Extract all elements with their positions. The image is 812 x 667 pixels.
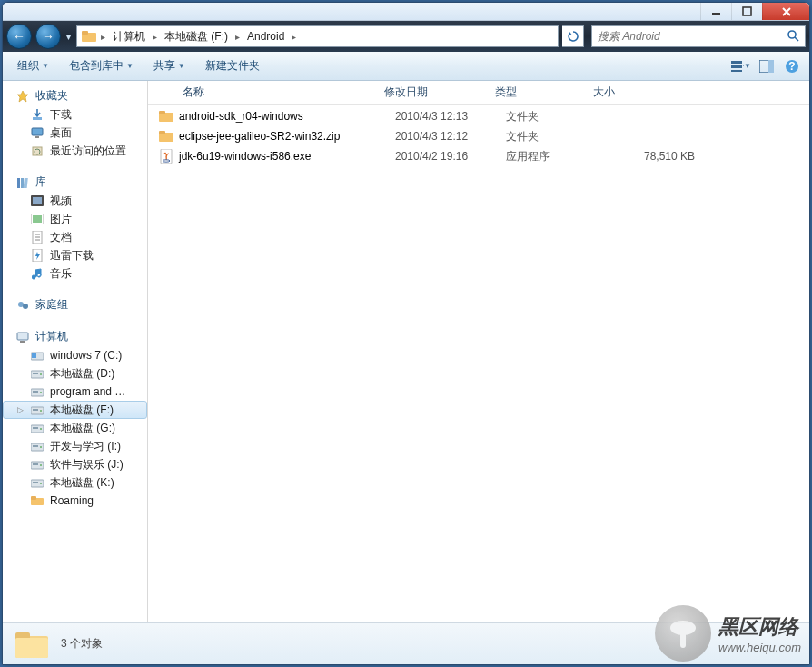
svg-point-48 xyxy=(40,428,42,430)
back-button[interactable]: ← xyxy=(6,24,32,49)
sidebar-item-downloads[interactable]: 下载 xyxy=(3,105,147,124)
sidebar-item-drive[interactable]: Roaming xyxy=(3,492,147,510)
help-button[interactable]: ? xyxy=(782,56,802,76)
drive-icon xyxy=(30,403,45,417)
svg-rect-53 xyxy=(33,463,38,465)
include-menu[interactable]: 包含到库中▼ xyxy=(62,55,141,77)
svg-rect-68 xyxy=(15,638,48,658)
svg-rect-61 xyxy=(159,111,165,114)
minimize-button[interactable] xyxy=(700,3,731,20)
sidebar-item-desktop[interactable]: 桌面 xyxy=(3,124,147,142)
sidebar-item-drive[interactable]: 开发与学习 (I:) xyxy=(3,437,147,455)
maximize-button[interactable] xyxy=(731,3,762,20)
chevron-right-icon[interactable]: ▸ xyxy=(233,32,242,42)
svg-marker-13 xyxy=(17,91,28,102)
document-icon xyxy=(30,230,45,244)
file-name: android-sdk_r04-windows xyxy=(179,110,395,123)
sidebar-item-pictures[interactable]: 图片 xyxy=(3,210,147,228)
arrow-right-icon: → xyxy=(42,29,54,44)
watermark-logo xyxy=(655,605,711,662)
svg-point-39 xyxy=(40,373,42,375)
file-row[interactable]: android-sdk_r04-windows2010/4/3 12:13文件夹 xyxy=(148,106,809,126)
status-text: 3 个对象 xyxy=(61,636,103,652)
search-icon[interactable] xyxy=(787,29,799,45)
svg-rect-44 xyxy=(33,409,38,411)
file-row[interactable]: jdk-6u19-windows-i586.exe2010/4/2 19:16应… xyxy=(148,146,809,166)
new-folder-button[interactable]: 新建文件夹 xyxy=(198,55,267,77)
folder-icon xyxy=(159,109,173,124)
file-list: 名称 修改日期 类型 大小 android-sdk_r04-windows201… xyxy=(148,81,809,622)
video-icon xyxy=(30,194,45,208)
titlebar xyxy=(3,3,809,21)
file-size: 78,510 KB xyxy=(604,150,713,163)
svg-rect-15 xyxy=(32,128,43,135)
sidebar-computer: 计算机 windows 7 (C:)本地磁盘 (D:)program and …… xyxy=(3,327,147,510)
sidebar-item-drive[interactable]: ▷本地磁盘 (F:) xyxy=(3,401,147,419)
search-input[interactable] xyxy=(598,30,787,43)
sidebar-item-drive[interactable]: 本地磁盘 (D:) xyxy=(3,364,147,383)
col-date[interactable]: 修改日期 xyxy=(381,85,491,100)
svg-rect-56 xyxy=(33,482,38,483)
computer-header[interactable]: 计算机 xyxy=(3,327,147,346)
breadcrumb-drive[interactable]: 本地磁盘 (F:) xyxy=(159,26,233,46)
command-bar: 组织▼ 包含到库中▼ 共享▼ 新建文件夹 ▼ ? xyxy=(3,52,809,81)
sidebar-item-documents[interactable]: 文档 xyxy=(3,228,147,246)
breadcrumb-folder[interactable]: Android xyxy=(242,26,290,46)
drive-icon xyxy=(30,421,45,435)
sidebar-item-videos[interactable]: 视频 xyxy=(3,192,147,210)
preview-pane-button[interactable] xyxy=(757,56,777,76)
svg-rect-63 xyxy=(159,131,165,134)
svg-rect-21 xyxy=(24,178,28,188)
share-menu[interactable]: 共享▼ xyxy=(146,55,193,77)
homegroup-icon xyxy=(15,298,30,313)
address-bar[interactable]: ▸ 计算机 ▸ 本地磁盘 (F:) ▸ Android ▸ xyxy=(76,25,559,47)
sidebar-item-thunder[interactable]: 迅雷下载 xyxy=(3,246,147,264)
organize-menu[interactable]: 组织▼ xyxy=(10,55,56,77)
refresh-button[interactable] xyxy=(562,25,584,47)
folder-icon xyxy=(159,129,173,144)
libraries-header[interactable]: 库 xyxy=(3,173,147,192)
view-menu[interactable]: ▼ xyxy=(731,56,751,76)
svg-rect-16 xyxy=(35,136,39,138)
svg-point-54 xyxy=(40,464,42,466)
chevron-down-icon: ▼ xyxy=(42,62,49,70)
sidebar-item-drive[interactable]: windows 7 (C:) xyxy=(3,346,147,364)
search-box[interactable] xyxy=(591,25,806,47)
col-name[interactable]: 名称 xyxy=(179,85,381,100)
file-name: jdk-6u19-windows-i586.exe xyxy=(179,150,395,163)
file-date: 2010/4/2 19:16 xyxy=(395,150,506,163)
recent-icon xyxy=(30,144,45,158)
body: 收藏夹 下载 桌面 最近访问的位置 库 视频 图片 文档 迅雷下载 音乐 xyxy=(3,81,809,622)
sidebar-item-drive[interactable]: 软件与娱乐 (J:) xyxy=(3,455,147,473)
drive-icon xyxy=(30,493,45,508)
svg-rect-3 xyxy=(82,31,88,35)
chevron-right-icon[interactable]: ▸ xyxy=(151,32,159,42)
download-icon xyxy=(30,248,45,263)
svg-rect-6 xyxy=(731,61,742,64)
chevron-right-icon[interactable]: ▸ xyxy=(290,32,298,42)
svg-rect-19 xyxy=(17,178,20,188)
sidebar-item-recent[interactable]: 最近访问的位置 xyxy=(3,142,147,160)
col-type[interactable]: 类型 xyxy=(491,85,589,100)
file-row[interactable]: eclipse-jee-galileo-SR2-win32.zip2010/4/… xyxy=(148,126,809,146)
breadcrumb-computer[interactable]: 计算机 xyxy=(107,26,151,46)
sidebar-item-drive[interactable]: 本地磁盘 (G:) xyxy=(3,419,147,437)
col-size[interactable]: 大小 xyxy=(589,85,698,100)
close-button[interactable] xyxy=(762,3,809,20)
sidebar-item-drive[interactable]: program and … xyxy=(3,383,147,401)
file-date: 2010/4/3 12:13 xyxy=(395,110,506,123)
svg-point-32 xyxy=(23,304,28,309)
column-headers: 名称 修改日期 类型 大小 xyxy=(148,81,809,105)
chevron-right-icon[interactable]: ▸ xyxy=(99,32,107,42)
svg-text:?: ? xyxy=(788,60,795,73)
svg-rect-47 xyxy=(33,427,38,429)
favorites-header[interactable]: 收藏夹 xyxy=(3,86,147,105)
sidebar-item-music[interactable]: 音乐 xyxy=(3,264,147,283)
svg-rect-20 xyxy=(21,178,24,188)
svg-point-51 xyxy=(40,446,42,448)
homegroup-header[interactable]: 家庭组 xyxy=(3,295,147,314)
sidebar-item-drive[interactable]: 本地磁盘 (K:) xyxy=(3,473,147,492)
forward-button[interactable]: → xyxy=(35,24,61,49)
chevron-down-icon: ▼ xyxy=(178,62,185,70)
history-dropdown[interactable]: ▾ xyxy=(64,32,73,42)
